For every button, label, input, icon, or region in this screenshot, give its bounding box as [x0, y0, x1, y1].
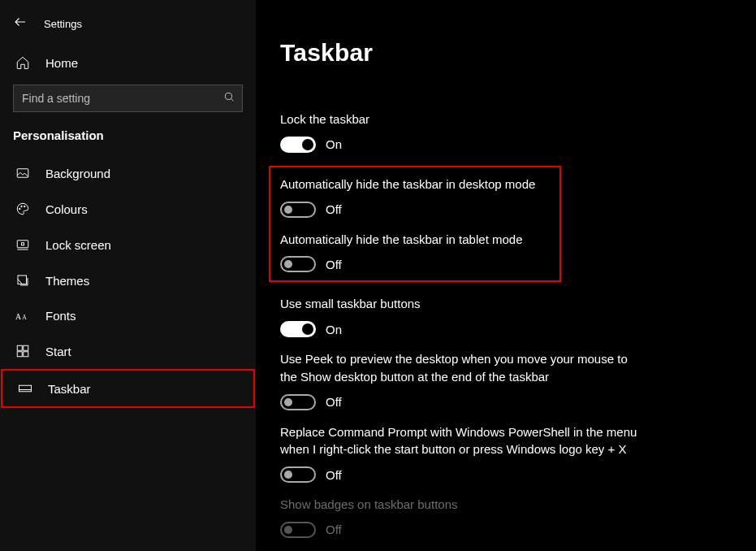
toggle-state-label: Off: [326, 468, 342, 482]
toggle-row: Off: [280, 394, 724, 410]
sidebar-item-label: Themes: [45, 274, 89, 288]
search-input[interactable]: [13, 85, 243, 112]
sidebar-item-label: Fonts: [45, 309, 76, 323]
fonts-icon: AA: [15, 310, 31, 322]
toggle-use-peek[interactable]: [280, 394, 316, 410]
svg-rect-10: [17, 345, 22, 350]
toggle-row: On: [280, 137, 724, 153]
highlighted-settings-group: Automatically hide the taskbar in deskto…: [269, 166, 561, 283]
toggle-auto-hide-tablet[interactable]: [280, 256, 316, 272]
palette-icon: [15, 202, 31, 216]
search-wrap: [13, 85, 243, 112]
sidebar-item-taskbar[interactable]: Taskbar: [1, 369, 255, 408]
svg-text:A: A: [22, 313, 27, 320]
setting-label: Use small taskbar buttons: [280, 295, 646, 313]
toggle-row: On: [280, 321, 724, 337]
toggle-small-buttons[interactable]: [280, 321, 316, 337]
setting-label: Lock the taskbar: [280, 111, 646, 128]
svg-rect-1: [17, 169, 28, 178]
sidebar-item-label: Taskbar: [48, 382, 91, 396]
setting-label: Replace Command Prompt with Windows Powe…: [280, 423, 646, 459]
nav-home[interactable]: Home: [0, 47, 256, 78]
setting-label: Automatically hide the taskbar in deskto…: [280, 176, 550, 193]
setting-label: Use Peek to preview the desktop when you…: [280, 350, 646, 386]
toggle-state-label: Off: [326, 202, 342, 216]
header-row: Settings: [0, 15, 256, 42]
svg-point-2: [19, 208, 21, 210]
themes-icon: [15, 273, 31, 288]
toggle-auto-hide-desktop[interactable]: [280, 202, 316, 218]
setting-label: Automatically hide the taskbar in tablet…: [280, 231, 550, 249]
start-icon: [15, 344, 31, 358]
toggle-row: Off: [280, 522, 724, 538]
toggle-state-label: On: [326, 323, 342, 336]
setting-powershell: Replace Command Prompt with Windows Powe…: [280, 423, 724, 484]
toggle-powershell[interactable]: [280, 466, 316, 483]
svg-text:A: A: [15, 311, 21, 320]
setting-show-badges: Show badges on taskbar buttons Off: [280, 496, 724, 538]
nav-list: Background Colours Lock screen Themes AA…: [0, 155, 256, 408]
toggle-row: Off: [280, 202, 550, 218]
sidebar-item-background[interactable]: Background: [0, 155, 256, 191]
svg-point-4: [24, 206, 26, 207]
svg-rect-6: [22, 243, 24, 245]
svg-rect-13: [24, 352, 28, 357]
sidebar-item-lock-screen[interactable]: Lock screen: [0, 227, 256, 262]
toggle-state-label: On: [326, 137, 342, 151]
svg-rect-11: [24, 345, 28, 350]
toggle-state-label: Off: [326, 258, 342, 271]
setting-use-peek: Use Peek to preview the desktop when you…: [280, 350, 724, 410]
app-title: Settings: [44, 18, 82, 30]
svg-rect-7: [18, 276, 27, 284]
toggle-show-badges: [280, 522, 316, 538]
setting-small-buttons: Use small taskbar buttons On: [280, 295, 724, 337]
lock-screen-icon: [15, 237, 31, 252]
setting-auto-hide-desktop: Automatically hide the taskbar in deskto…: [280, 176, 550, 218]
page-title: Taskbar: [280, 39, 724, 67]
toggle-state-label: Off: [326, 395, 342, 409]
sidebar: Settings Home Personalisation Background…: [0, 0, 256, 551]
back-arrow-icon[interactable]: [13, 15, 28, 33]
sidebar-item-label: Background: [45, 167, 110, 180]
main-content: Taskbar Lock the taskbar On Automaticall…: [256, 0, 756, 551]
setting-label: Show badges on taskbar buttons: [280, 496, 646, 514]
sidebar-item-fonts[interactable]: AA Fonts: [0, 298, 256, 333]
sidebar-item-label: Start: [45, 345, 71, 358]
toggle-row: Off: [280, 256, 550, 272]
nav-home-label: Home: [45, 56, 78, 70]
sidebar-item-colours[interactable]: Colours: [0, 191, 256, 227]
svg-rect-5: [17, 241, 28, 248]
image-icon: [15, 166, 31, 180]
toggle-row: Off: [280, 466, 724, 483]
setting-auto-hide-tablet: Automatically hide the taskbar in tablet…: [280, 231, 550, 273]
sidebar-item-label: Colours: [45, 202, 88, 216]
taskbar-icon: [17, 381, 33, 396]
svg-point-3: [21, 206, 23, 207]
svg-rect-14: [19, 385, 32, 392]
sidebar-item-themes[interactable]: Themes: [0, 262, 256, 298]
svg-rect-12: [17, 352, 22, 357]
toggle-lock-taskbar[interactable]: [280, 137, 316, 153]
sidebar-item-label: Lock screen: [45, 238, 111, 252]
category-title: Personalisation: [0, 124, 256, 155]
setting-lock-taskbar: Lock the taskbar On: [280, 111, 724, 153]
toggle-state-label: Off: [326, 523, 342, 536]
home-icon: [15, 55, 31, 70]
sidebar-item-start[interactable]: Start: [0, 333, 256, 369]
